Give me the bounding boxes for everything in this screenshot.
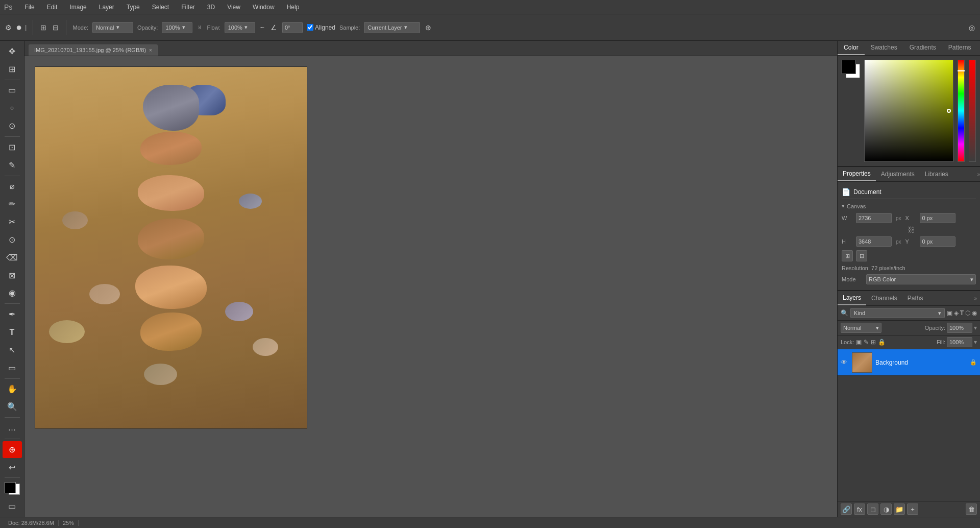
menu-layer[interactable]: Layer bbox=[97, 3, 116, 12]
history-brush-tool[interactable]: ⊙ bbox=[3, 231, 22, 248]
angle-icon[interactable]: ∠ bbox=[270, 22, 278, 33]
crop-tool[interactable]: ⊡ bbox=[3, 139, 22, 156]
smoothing-icon[interactable]: ~ bbox=[259, 22, 265, 33]
move-tool[interactable]: ✥ bbox=[3, 43, 22, 60]
alpha-bar-container[interactable] bbox=[969, 60, 976, 162]
hand-tool[interactable]: ✋ bbox=[3, 380, 22, 397]
smudge-tool[interactable]: ↩ bbox=[3, 459, 22, 476]
tab-adjustments[interactable]: Adjustments bbox=[876, 167, 920, 181]
menu-select[interactable]: Select bbox=[150, 3, 171, 12]
menu-type[interactable]: Type bbox=[125, 3, 142, 12]
layers-filter-dropdown[interactable]: Kind ▾ bbox=[850, 308, 945, 318]
menu-help[interactable]: Help bbox=[285, 3, 302, 12]
tab-gradients[interactable]: Gradients bbox=[903, 41, 942, 55]
tab-libraries[interactable]: Libraries bbox=[920, 167, 953, 181]
eraser-tool[interactable]: ⌫ bbox=[3, 249, 22, 266]
tab-properties[interactable]: Properties bbox=[838, 167, 876, 181]
blend-mode-dropdown[interactable]: Normal ▾ bbox=[841, 323, 881, 333]
angle-input[interactable] bbox=[282, 22, 303, 33]
target-icon[interactable]: ◎ bbox=[968, 22, 976, 33]
type-tool[interactable]: T bbox=[3, 324, 22, 341]
opacity-dropdown[interactable]: 100% ▾ bbox=[162, 22, 192, 33]
sample-all-icon[interactable]: ⊕ bbox=[424, 22, 432, 33]
layers-collapse-icon[interactable]: » bbox=[974, 296, 980, 301]
airbrush-icon[interactable]: ⍤ bbox=[197, 22, 203, 33]
healing-brush-active[interactable]: ⊕ bbox=[3, 441, 22, 458]
tab-layers[interactable]: Layers bbox=[838, 291, 866, 305]
lock-all-icon[interactable]: 🔒 bbox=[878, 339, 886, 346]
aligned-checkbox[interactable] bbox=[307, 24, 313, 31]
path-select-tool[interactable]: ↖ bbox=[3, 342, 22, 358]
x-input[interactable] bbox=[920, 213, 955, 223]
document-tab[interactable]: IMG_20210701_193155.jpg @ 25% (RGB/8) × bbox=[29, 44, 158, 56]
lock-pixels-icon[interactable]: ▣ bbox=[856, 339, 862, 346]
portrait-btn[interactable]: ⊟ bbox=[856, 250, 867, 261]
delete-layer-btn[interactable]: 🗑 bbox=[966, 503, 977, 515]
quick-select-tool[interactable]: ⊙ bbox=[3, 117, 22, 134]
screen-mode-btn[interactable]: ▭ bbox=[3, 498, 22, 515]
canvas-section-header[interactable]: ▾ Canvas bbox=[842, 201, 976, 211]
menu-image[interactable]: Image bbox=[67, 3, 88, 12]
gradient-tool[interactable]: ⊠ bbox=[3, 267, 22, 284]
shape-tool[interactable]: ▭ bbox=[3, 359, 22, 376]
brush-tool[interactable]: ✏ bbox=[3, 196, 22, 212]
menu-edit[interactable]: Edit bbox=[45, 3, 60, 12]
mode-dropdown-prop[interactable]: RGB Color ▾ bbox=[866, 274, 976, 284]
color-fg-swatch[interactable] bbox=[842, 60, 856, 74]
spot-heal-tool[interactable]: ⌀ bbox=[3, 178, 22, 195]
filter-shape-icon[interactable]: ⬡ bbox=[965, 309, 970, 317]
opacity-input-layers[interactable] bbox=[947, 323, 972, 333]
new-group-btn[interactable]: 📁 bbox=[894, 503, 905, 515]
layer-visibility-toggle[interactable]: 👁 bbox=[841, 358, 849, 366]
brush-size-icon[interactable]: ● bbox=[15, 20, 23, 34]
link-proportions-icon[interactable]: ⛓ bbox=[908, 226, 915, 234]
tab-channels[interactable]: Channels bbox=[866, 292, 902, 305]
tab-color[interactable]: Color bbox=[838, 41, 865, 55]
width-input[interactable] bbox=[856, 213, 892, 223]
tab-close-btn[interactable]: × bbox=[149, 47, 152, 53]
lock-position-icon[interactable]: ✎ bbox=[864, 339, 869, 346]
properties-collapse-icon[interactable]: » bbox=[977, 172, 980, 177]
pen-tool[interactable]: ✒ bbox=[3, 306, 22, 323]
foreground-color-swatch[interactable] bbox=[5, 482, 16, 493]
sample-dropdown[interactable]: Current Layer ▾ bbox=[364, 22, 420, 33]
new-fill-btn[interactable]: ◑ bbox=[880, 503, 892, 515]
menu-view[interactable]: View bbox=[225, 3, 242, 12]
brush-toggle-icon[interactable]: ⊞ bbox=[39, 22, 47, 33]
filter-adjust-icon[interactable]: ◈ bbox=[954, 309, 959, 317]
layer-mask-btn[interactable]: ◻ bbox=[867, 503, 878, 515]
layer-style-btn[interactable]: fx bbox=[854, 503, 865, 515]
canvas-scroll[interactable] bbox=[24, 56, 837, 517]
new-layer-btn[interactable]: + bbox=[907, 503, 918, 515]
hue-bar-container[interactable] bbox=[958, 60, 965, 162]
brush-settings-icon[interactable]: ⊟ bbox=[52, 22, 60, 33]
menu-window[interactable]: Window bbox=[251, 3, 277, 12]
lasso-tool[interactable]: ⌖ bbox=[3, 100, 22, 116]
flow-dropdown[interactable]: 100% ▾ bbox=[225, 22, 255, 33]
color-gradient-box[interactable] bbox=[864, 60, 953, 162]
zoom-tool[interactable]: 🔍 bbox=[3, 398, 22, 415]
landscape-btn[interactable]: ⊞ bbox=[842, 250, 853, 261]
tab-patterns[interactable]: Patterns bbox=[942, 41, 977, 55]
fill-stepper-icon[interactable]: ▾ bbox=[974, 339, 977, 346]
artboard-tool[interactable]: ⊞ bbox=[3, 61, 22, 78]
lock-artboard-icon[interactable]: ⊞ bbox=[871, 339, 876, 346]
opacity-stepper-icon[interactable]: ▾ bbox=[974, 324, 977, 331]
tool-preset-icon[interactable]: ⚙ bbox=[4, 22, 13, 33]
clone-stamp-tool[interactable]: ✂ bbox=[3, 213, 22, 230]
fg-bg-colors[interactable] bbox=[3, 480, 22, 497]
eyedropper-tool[interactable]: ✎ bbox=[3, 157, 22, 174]
fill-input[interactable] bbox=[947, 337, 972, 347]
more-tools-btn[interactable]: … bbox=[3, 420, 22, 437]
filter-pixel-icon[interactable]: ▣ bbox=[947, 309, 952, 317]
menu-filter[interactable]: Filter bbox=[179, 3, 197, 12]
height-input[interactable] bbox=[856, 236, 892, 247]
filter-smart-icon[interactable]: ◉ bbox=[972, 309, 977, 317]
blur-tool[interactable]: ◉ bbox=[3, 285, 22, 302]
tab-paths[interactable]: Paths bbox=[902, 292, 928, 305]
marquee-rect-tool[interactable]: ▭ bbox=[3, 82, 22, 99]
layer-item[interactable]: 👁 Background 🔒 bbox=[838, 349, 980, 376]
mode-dropdown[interactable]: Normal ▾ bbox=[92, 22, 133, 33]
menu-3d[interactable]: 3D bbox=[205, 3, 217, 12]
link-layers-btn[interactable]: 🔗 bbox=[841, 503, 852, 515]
